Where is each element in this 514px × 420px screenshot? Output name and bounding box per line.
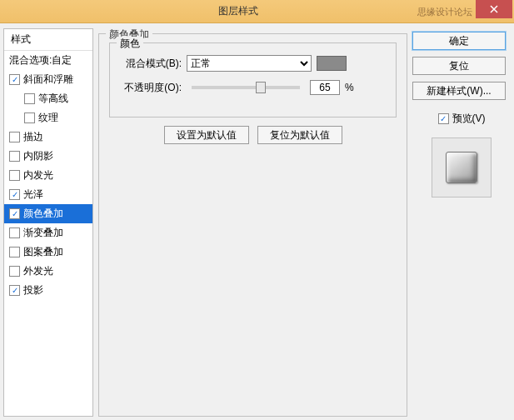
style-item[interactable]: 外发光	[4, 262, 92, 281]
style-item[interactable]: 内发光	[4, 166, 92, 185]
watermark-text: 思缘设计论坛	[417, 0, 472, 23]
set-default-button[interactable]: 设置为默认值	[164, 126, 249, 144]
style-item-label: 等高线	[38, 92, 68, 106]
preview-swatch-icon	[446, 152, 477, 183]
style-item-label: 图案叠加	[23, 245, 63, 259]
style-item-label: 描边	[23, 130, 43, 144]
style-item-label: 颜色叠加	[23, 207, 63, 221]
blend-mode-label: 混合模式(B):	[120, 57, 182, 71]
preview-label: 预览(V)	[452, 112, 486, 126]
style-checkbox[interactable]	[9, 170, 20, 181]
style-item[interactable]: 投影	[4, 281, 92, 300]
close-icon	[490, 5, 498, 13]
style-item[interactable]: 颜色叠加	[4, 204, 92, 223]
style-checkbox[interactable]	[24, 112, 35, 123]
style-checkbox[interactable]	[9, 189, 20, 200]
color-swatch[interactable]	[317, 56, 347, 71]
default-buttons-row: 设置为默认值 复位为默认值	[109, 126, 397, 144]
style-checkbox[interactable]	[9, 132, 20, 142]
titlebar: 图层样式 思缘设计论坛	[0, 0, 514, 23]
style-checkbox[interactable]	[9, 151, 20, 162]
style-item[interactable]: 斜面和浮雕	[4, 70, 92, 89]
style-checkbox[interactable]	[9, 285, 20, 296]
style-checkbox[interactable]	[9, 208, 20, 219]
style-item-label: 投影	[23, 283, 43, 298]
style-checkbox[interactable]	[24, 93, 35, 104]
window-title: 图层样式	[0, 4, 476, 18]
opacity-label: 不透明度(O):	[120, 81, 182, 95]
style-checkbox[interactable]	[9, 74, 20, 85]
color-subgroup: 颜色 混合模式(B): 正常 不透明度(O): %	[109, 42, 397, 118]
reset-default-button[interactable]: 复位为默认值	[257, 126, 342, 144]
dialog-body: 样式 混合选项:自定 斜面和浮雕等高线纹理描边内阴影内发光光泽颜色叠加渐变叠加图…	[0, 23, 514, 420]
color-overlay-group: 颜色叠加 颜色 混合模式(B): 正常 不透明度(O): %	[98, 33, 407, 417]
opacity-unit: %	[345, 82, 354, 93]
ok-button[interactable]: 确定	[412, 32, 506, 50]
cancel-button[interactable]: 复位	[412, 57, 506, 75]
right-panel: 确定 复位 新建样式(W)... 预览(V)	[412, 28, 511, 417]
style-item[interactable]: 纹理	[4, 108, 92, 128]
style-item-label: 渐变叠加	[23, 226, 63, 240]
style-list-panel: 样式 混合选项:自定 斜面和浮雕等高线纹理描边内阴影内发光光泽颜色叠加渐变叠加图…	[3, 28, 93, 417]
style-item[interactable]: 渐变叠加	[4, 223, 92, 242]
style-checkbox[interactable]	[9, 247, 20, 258]
style-item-label: 纹理	[38, 111, 58, 125]
slider-thumb[interactable]	[256, 82, 266, 93]
style-item-label: 内发光	[23, 168, 53, 182]
blend-mode-row: 混合模式(B): 正常	[120, 55, 386, 72]
style-item[interactable]: 图案叠加	[4, 242, 92, 262]
new-style-button[interactable]: 新建样式(W)...	[412, 82, 506, 100]
opacity-input[interactable]	[310, 80, 340, 95]
blend-mode-select[interactable]: 正常	[187, 55, 312, 72]
blend-options-label: 混合选项:自定	[9, 53, 72, 68]
style-item[interactable]: 描边	[4, 128, 92, 147]
subgroup-legend: 颜色	[117, 37, 143, 51]
style-item[interactable]: 等高线	[4, 89, 92, 108]
blend-options-row[interactable]: 混合选项:自定	[4, 51, 92, 70]
style-checkbox[interactable]	[9, 228, 20, 238]
preview-checkbox[interactable]	[438, 113, 449, 124]
style-list-header: 样式	[4, 29, 92, 51]
center-panel: 颜色叠加 颜色 混合模式(B): 正常 不透明度(O): %	[98, 28, 407, 417]
opacity-slider[interactable]	[192, 86, 300, 89]
style-item-label: 内阴影	[23, 149, 53, 163]
close-button[interactable]	[476, 0, 512, 18]
opacity-row: 不透明度(O): %	[120, 80, 386, 95]
preview-row[interactable]: 预览(V)	[412, 112, 511, 126]
style-item[interactable]: 光泽	[4, 185, 92, 204]
style-checkbox[interactable]	[9, 266, 20, 277]
style-item-label: 外发光	[23, 264, 53, 278]
style-item-label: 光泽	[23, 188, 43, 202]
preview-thumbnail	[432, 138, 492, 198]
style-item-label: 斜面和浮雕	[23, 72, 73, 87]
style-item[interactable]: 内阴影	[4, 147, 92, 166]
